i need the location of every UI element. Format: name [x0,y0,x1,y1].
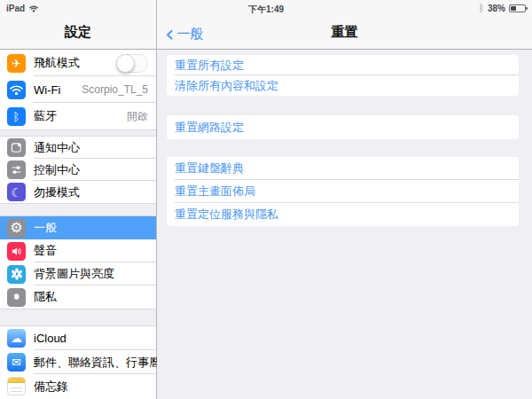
reset-network-settings-button[interactable]: 重置網路設定 [167,115,519,139]
notes-icon-line [11,387,22,388]
erase-all-content-button[interactable]: 清除所有內容和設定 [167,75,519,96]
sidebar-item-do-not-disturb[interactable]: ☾ 勿擾模式 [0,181,156,203]
sidebar-item-airplane-mode[interactable]: ✈ 飛航模式 [0,50,156,76]
cloud-icon: ☁ [7,329,26,348]
sidebar-item-general[interactable]: ⚙ 一般 [0,216,156,239]
notification-center-icon [7,138,26,157]
sidebar-group-network: ✈ 飛航模式 Wi-Fi Scorpio_TL_5 ᛒ 藍牙 開啟 [0,50,156,129]
flower-icon [7,265,26,284]
control-center-icon [7,160,26,179]
sidebar-item-label: 備忘錄 [34,379,68,395]
sidebar-item-label: 通知中心 [34,140,80,156]
reset-keyboard-dictionary-button[interactable]: 重置鍵盤辭典 [167,157,519,180]
sidebar-item-label: 一般 [34,220,57,236]
reset-home-screen-layout-button[interactable]: 重置主畫面佈局 [167,180,519,203]
notes-icon [7,377,26,395]
clock: 下午1:49 [0,4,532,16]
sidebar-item-wallpapers-brightness[interactable]: 背景圖片與亮度 [0,262,156,286]
bluetooth-status-icon: ᛒ [478,3,484,14]
hand-icon [7,288,26,307]
reset-group-settings: 重置所有設定 清除所有內容和設定 [167,55,519,96]
sidebar-item-label: 郵件、聯絡資訊、行事曆 [34,355,160,371]
battery-percent: 38% [488,4,505,13]
reset-detail-pane: ‹ 一般 重置 重置所有設定 清除所有內容和設定 重置網路設定 重置鍵盤辭典 重… [157,0,532,399]
sidebar-item-control-center[interactable]: 控制中心 [0,159,156,181]
status-bar: iPad 下午1:49 ᛒ 38% [0,0,532,18]
sidebar-item-sounds[interactable]: 聲音 [0,239,156,262]
sidebar-title: 設定 [0,24,156,41]
sidebar-item-label: Wi-Fi [34,83,60,97]
sidebar-item-label: 勿擾模式 [34,184,80,200]
airplane-icon: ✈ [7,54,26,73]
reset-group-misc: 重置鍵盤辭典 重置主畫面佈局 重置定位服務與隱私 [167,157,519,226]
envelope-icon: ✉ [7,353,26,372]
reset-all-settings-button[interactable]: 重置所有設定 [167,55,519,75]
do-not-disturb-moon-icon: ☾ [7,183,26,201]
sidebar-item-label: 飛航模式 [34,55,80,71]
gear-glyph: ⚙ [10,221,22,235]
reset-options-content: 重置所有設定 清除所有內容和設定 重置網路設定 重置鍵盤辭典 重置主畫面佈局 重… [157,50,532,226]
sidebar-item-bluetooth[interactable]: ᛒ 藍牙 開啟 [0,103,156,129]
sidebar-item-icloud[interactable]: ☁ iCloud [0,326,156,350]
notes-icon-line [11,391,22,392]
gear-icon: ⚙ [7,219,26,238]
battery-fill [511,6,516,11]
group-separator [0,309,156,326]
settings-sidebar: 設定 ✈ 飛航模式 Wi-Fi Scorpio_TL_5 ᛒ 藍牙 開啟 [0,0,157,399]
group-separator [0,129,156,137]
toggle-knob [116,54,135,73]
bluetooth-state-value: 開啟 [127,109,148,124]
airplane-mode-toggle[interactable] [116,54,148,73]
sidebar-item-label: 背景圖片與亮度 [34,266,114,282]
sidebar-group-accounts: ☁ iCloud ✉ 郵件、聯絡資訊、行事曆 備忘錄 [0,326,156,398]
notes-icon-band [8,378,25,383]
sidebar-item-wifi[interactable]: Wi-Fi Scorpio_TL_5 [0,76,156,103]
sidebar-item-label: iCloud [34,332,66,345]
battery-icon [509,4,526,12]
group-separator [0,203,156,216]
sidebar-item-privacy[interactable]: 隱私 [0,286,156,309]
moon-glyph: ☾ [11,186,22,199]
reset-location-privacy-button[interactable]: 重置定位服務與隱私 [167,203,519,226]
status-right: ᛒ 38% [478,3,526,14]
sidebar-group-centers: 通知中心 控制中心 ☾ 勿擾模式 [0,137,156,203]
reset-group-network: 重置網路設定 [167,115,519,139]
wifi-icon [7,81,26,99]
sidebar-item-label: 隱私 [34,289,57,305]
sidebar-group-general: ⚙ 一般 聲音 [0,216,156,309]
wifi-network-value: Scorpio_TL_5 [82,83,148,96]
bluetooth-icon: ᛒ [7,107,26,126]
sidebar-item-label: 藍牙 [34,108,57,124]
sidebar-item-mail-contacts-calendars[interactable]: ✉ 郵件、聯絡資訊、行事曆 [0,350,156,374]
sidebar-item-label: 控制中心 [34,162,80,178]
sidebar-item-label: 聲音 [34,243,57,259]
page-title: 重置 [157,24,532,41]
sidebar-item-notes[interactable]: 備忘錄 [0,374,156,398]
sidebar-item-notification-center[interactable]: 通知中心 [0,137,156,159]
speaker-icon [7,242,26,261]
